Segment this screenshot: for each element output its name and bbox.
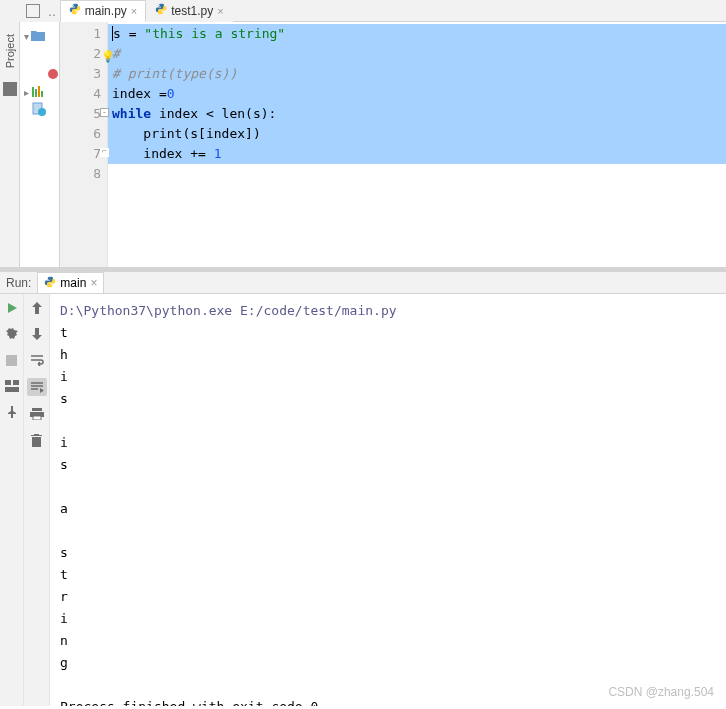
console-output-line: t xyxy=(60,564,716,586)
console-output-line: h xyxy=(60,344,716,366)
tabs-bar: .. main.py × test1.py × xyxy=(0,0,726,22)
gutter-line-3[interactable]: 3 xyxy=(62,64,101,84)
rerun-button[interactable] xyxy=(4,300,20,316)
run-header: Run: main × xyxy=(0,272,726,294)
gutter-line-8[interactable]: 8 xyxy=(62,164,101,184)
svg-rect-10 xyxy=(6,355,17,366)
scroll-to-end-button[interactable] xyxy=(27,378,47,396)
console-output[interactable]: D:\Python37\python.exe E:/code/test/main… xyxy=(50,294,726,706)
svg-rect-7 xyxy=(41,91,43,97)
delete-button[interactable] xyxy=(29,432,45,448)
tab-label: test1.py xyxy=(171,4,213,18)
pin-button[interactable] xyxy=(4,404,20,420)
python-file-icon xyxy=(44,276,56,291)
project-collapse-icon[interactable] xyxy=(26,4,40,18)
run-tool-window: Run: main × D:\Python37\python.exe E:/co… xyxy=(0,271,726,706)
console-output-line: i xyxy=(60,608,716,630)
gutter-line-5[interactable]: 5- xyxy=(62,104,101,124)
console-output-line xyxy=(60,520,716,542)
python-file-icon xyxy=(69,3,81,18)
gutter-line-7[interactable]: 7⌐ xyxy=(62,144,101,164)
console-output-line: t xyxy=(60,322,716,344)
intention-bulb-icon[interactable]: 💡 xyxy=(101,47,115,67)
console-output-line: s xyxy=(60,388,716,410)
breakpoint-icon[interactable] xyxy=(48,69,58,79)
main-area: Project ▾ ▸ 1 2💡 3 4 5- 6 7⌐ 8 s = "this… xyxy=(0,22,726,267)
chevron-down-icon[interactable]: ▾ xyxy=(24,31,29,42)
tab-main-py[interactable]: main.py × xyxy=(60,0,146,22)
svg-point-3 xyxy=(162,12,163,13)
project-tool-header xyxy=(0,0,20,22)
svg-rect-6 xyxy=(38,86,40,97)
folder-icon xyxy=(31,30,45,42)
close-icon[interactable]: × xyxy=(131,5,137,17)
project-tool-label[interactable]: Project xyxy=(2,26,18,76)
console-output-line: i xyxy=(60,432,716,454)
svg-rect-5 xyxy=(35,89,37,97)
console-output-line: s xyxy=(60,454,716,476)
project-tree[interactable]: ▾ ▸ xyxy=(20,22,60,267)
console-output-line xyxy=(60,410,716,432)
gutter-line-6[interactable]: 6 xyxy=(62,124,101,144)
code-line-7[interactable]: index += 1 xyxy=(108,144,726,164)
close-icon[interactable]: × xyxy=(90,276,97,290)
project-tool-window-stripe[interactable]: Project xyxy=(0,22,20,267)
run-toolbar-right xyxy=(24,294,50,706)
python-file-icon xyxy=(155,3,167,18)
svg-rect-11 xyxy=(5,380,11,385)
console-output-line: s xyxy=(60,542,716,564)
run-tab-label: main xyxy=(60,276,86,290)
print-button[interactable] xyxy=(29,406,45,422)
svg-point-2 xyxy=(159,5,160,6)
breadcrumb-dots[interactable]: .. xyxy=(44,3,60,19)
gutter-line-2[interactable]: 2💡 xyxy=(62,44,101,64)
soft-wrap-button[interactable] xyxy=(29,352,45,368)
code-line-5[interactable]: while index < len(s): xyxy=(108,104,726,124)
up-button[interactable] xyxy=(29,300,45,316)
code-line-4[interactable]: index =0 xyxy=(108,84,726,104)
svg-point-0 xyxy=(73,5,74,6)
gutter-line-4[interactable]: 4 xyxy=(62,84,101,104)
console-output-line: a xyxy=(60,498,716,520)
code-text[interactable]: s = "this is a string" # # print(type(s)… xyxy=(108,22,726,267)
fold-icon[interactable]: - xyxy=(100,108,109,117)
bars-icon xyxy=(31,86,45,98)
fold-end-icon[interactable]: ⌐ xyxy=(100,148,109,157)
code-line-1[interactable]: s = "this is a string" xyxy=(108,24,726,44)
tree-root[interactable]: ▾ xyxy=(22,28,57,44)
code-line-8[interactable] xyxy=(108,164,726,184)
code-line-3[interactable]: # print(type(s)) xyxy=(108,64,726,84)
svg-rect-13 xyxy=(5,387,19,392)
svg-rect-16 xyxy=(33,416,41,420)
console-output-line: n xyxy=(60,630,716,652)
console-output-line: g xyxy=(60,652,716,674)
run-toolbar-left xyxy=(0,294,24,706)
console-command-line: D:\Python37\python.exe E:/code/test/main… xyxy=(60,300,716,322)
settings-button[interactable] xyxy=(4,326,20,342)
editor-tabs: .. main.py × test1.py × xyxy=(20,0,233,22)
code-line-2[interactable]: # xyxy=(108,44,726,64)
chevron-right-icon[interactable]: ▸ xyxy=(24,87,29,98)
svg-rect-12 xyxy=(13,380,19,385)
tree-item-scratch[interactable] xyxy=(22,100,57,118)
run-panel-label: Run: xyxy=(6,276,31,290)
console-output-line: r xyxy=(60,586,716,608)
code-editor[interactable]: 1 2💡 3 4 5- 6 7⌐ 8 s = "this is a string… xyxy=(60,22,726,267)
console-output-line: i xyxy=(60,366,716,388)
tab-test1-py[interactable]: test1.py × xyxy=(146,0,232,22)
code-line-6[interactable]: print(s[index]) xyxy=(108,124,726,144)
tool-window-icon[interactable] xyxy=(3,82,17,96)
run-tab-main[interactable]: main × xyxy=(37,272,104,293)
tab-label: main.py xyxy=(85,4,127,18)
stop-button[interactable] xyxy=(4,352,20,368)
scratch-icon xyxy=(32,102,46,116)
close-icon[interactable]: × xyxy=(217,5,223,17)
watermark: CSDN @zhang.504 xyxy=(608,685,714,699)
svg-rect-4 xyxy=(32,87,34,97)
svg-rect-14 xyxy=(32,408,42,411)
layout-button[interactable] xyxy=(4,378,20,394)
tree-item[interactable]: ▸ xyxy=(22,84,57,100)
editor-gutter[interactable]: 1 2💡 3 4 5- 6 7⌐ 8 xyxy=(60,22,108,267)
gutter-line-1[interactable]: 1 xyxy=(62,24,101,44)
down-button[interactable] xyxy=(29,326,45,342)
